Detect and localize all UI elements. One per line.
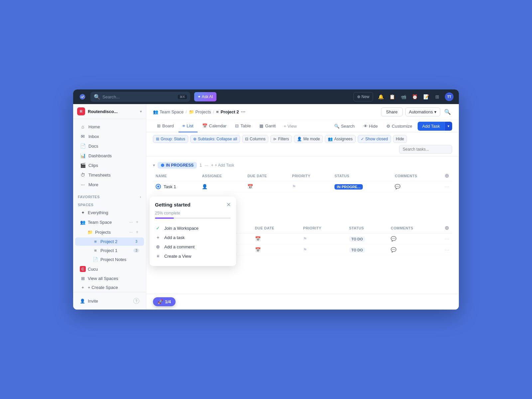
- group-status-label: Group: Status: [161, 137, 185, 141]
- sidebar-item-project-notes[interactable]: 📄 Project Notes: [75, 255, 144, 264]
- task2-status[interactable]: TO DO: [346, 233, 388, 244]
- popup-item-add-comment[interactable]: ⊕ Add a comment: [155, 242, 231, 251]
- clipboard-icon[interactable]: 📋: [388, 94, 396, 99]
- task1-assignee[interactable]: 👤: [199, 181, 245, 192]
- hide-chip[interactable]: Hide: [393, 135, 407, 143]
- sidebar-item-projects[interactable]: 📁 Projects ··· +: [75, 227, 144, 237]
- projects-more-btn[interactable]: ···: [128, 229, 134, 235]
- projects-add-btn[interactable]: +: [135, 229, 139, 235]
- task1-more[interactable]: ···: [442, 181, 452, 192]
- notifications-icon[interactable]: 🔔: [377, 94, 384, 99]
- automations-button[interactable]: Automations ▾: [405, 107, 440, 116]
- ask-ai-button[interactable]: ✦ Ask AI: [194, 92, 216, 101]
- hide-button[interactable]: 👁 Hide: [360, 122, 381, 130]
- me-mode-chip[interactable]: 👤 Me mode: [294, 135, 323, 143]
- task2-status-badge: TO DO: [349, 236, 365, 242]
- breadcrumb-more-btn[interactable]: •••: [241, 109, 245, 114]
- sidebar-item-everything[interactable]: ✦ Everything: [75, 208, 144, 217]
- tab-gantt[interactable]: ▦ Gantt: [255, 120, 280, 132]
- task2-more-btn[interactable]: ···: [445, 236, 450, 241]
- sidebar-item-more[interactable]: ··· More: [75, 180, 144, 189]
- task2-priority[interactable]: ⚑: [300, 233, 346, 244]
- tab-calendar[interactable]: 📅 Calendar: [198, 120, 231, 132]
- help-icon[interactable]: ?: [133, 298, 139, 304]
- task3-more-btn[interactable]: ···: [445, 247, 450, 252]
- workspace-selector[interactable]: R Routendisco... ▾: [73, 104, 146, 119]
- task2-due-date[interactable]: 📅: [252, 233, 301, 244]
- add-task-button[interactable]: Add Task: [418, 122, 445, 131]
- sidebar-item-inbox[interactable]: ✉ Inbox: [75, 132, 144, 141]
- sidebar-item-project1[interactable]: ≡ Project 1 3: [75, 246, 144, 255]
- show-closed-chip[interactable]: ✓ Show closed: [358, 135, 391, 143]
- col-name: Name: [153, 171, 199, 181]
- sidebar-item-clips[interactable]: 🎬 Clips: [75, 161, 144, 170]
- sidebar-item-cucu[interactable]: C Cucu: [75, 264, 144, 274]
- project-notes-icon: 📄: [92, 257, 98, 262]
- task3-priority[interactable]: ⚑: [300, 244, 346, 255]
- tab-board[interactable]: ⊞ Board: [153, 120, 178, 132]
- sidebar-item-team-space[interactable]: 👥 Team Space ··· +: [75, 217, 144, 227]
- task3-more[interactable]: ···: [442, 244, 452, 255]
- task3-due-date[interactable]: 📅: [252, 244, 301, 255]
- sidebar-item-view-all-spaces[interactable]: ⊞ View all Spaces: [75, 274, 144, 283]
- sidebar-item-create-space[interactable]: + + Create Space: [75, 283, 144, 292]
- group-status-chip[interactable]: ⊞ Group: Status: [153, 135, 188, 143]
- popup-item-add-task[interactable]: + Add a task: [155, 233, 231, 242]
- add-task-chevron-button[interactable]: ▾: [445, 122, 452, 131]
- task1-name[interactable]: Task 1: [164, 184, 176, 189]
- task2-comments[interactable]: 💬: [388, 233, 442, 244]
- task3-status[interactable]: TO DO: [346, 244, 388, 255]
- grid-icon[interactable]: ⊞: [434, 94, 441, 99]
- columns-chip[interactable]: ⊟ Columns: [242, 135, 268, 143]
- team-space-add-btn[interactable]: +: [135, 219, 139, 225]
- sidebar-item-timesheets[interactable]: ⏱ Timesheets: [75, 170, 144, 180]
- sidebar-invite[interactable]: 👤 Invite ?: [75, 296, 144, 306]
- new-button[interactable]: ⊕ New: [353, 92, 373, 101]
- todo-col-add-column[interactable]: ⊕: [442, 223, 452, 233]
- task1-status[interactable]: IN PROGRE...: [332, 181, 392, 192]
- sidebar-item-docs[interactable]: 📄 Docs: [75, 141, 144, 151]
- global-search[interactable]: 🔍 Search... ⌘K: [90, 92, 190, 102]
- task1-name-cell: Task 1: [153, 181, 199, 192]
- video-icon[interactable]: 📹: [400, 94, 407, 99]
- header-search-button[interactable]: 🔍: [443, 107, 452, 116]
- subtasks-chip[interactable]: ⊕ Subtasks: Collapse all: [190, 135, 240, 143]
- task1-due-date[interactable]: 📅: [245, 181, 289, 192]
- search-tasks-input[interactable]: [399, 145, 452, 154]
- popup-close-button[interactable]: ✕: [226, 202, 231, 207]
- filters-chip[interactable]: ⊳ Filters: [270, 135, 292, 143]
- task1-status-circle[interactable]: [156, 184, 161, 189]
- task2-more[interactable]: ···: [442, 233, 452, 244]
- sidebar-item-dashboards[interactable]: 📊 Dashboards: [75, 151, 144, 160]
- popup-item-create-view[interactable]: ≡ Create a View: [155, 251, 231, 261]
- sidebar-item-project2[interactable]: ≡ Project 2 3: [75, 237, 144, 246]
- todo-add-column-icon[interactable]: ⊕: [445, 225, 449, 231]
- group-inprogress-toggle[interactable]: ▾: [153, 163, 155, 168]
- tab-list[interactable]: ≡ List: [179, 120, 198, 132]
- group-inprogress-more-btn[interactable]: ···: [204, 163, 208, 168]
- user-avatar[interactable]: TT: [445, 92, 454, 101]
- search-view-button[interactable]: 🔍 Search: [331, 122, 358, 130]
- doc-icon[interactable]: 📝: [422, 94, 430, 99]
- col-add-column[interactable]: ⊕: [442, 171, 452, 181]
- add-column-icon[interactable]: ⊕: [445, 173, 449, 179]
- customize-button[interactable]: ⚙ Customize: [383, 122, 415, 130]
- share-button[interactable]: Share: [381, 107, 403, 116]
- tab-table[interactable]: ⊟ Table: [231, 120, 255, 132]
- breadcrumb-folder[interactable]: 📁 Projects: [189, 109, 211, 114]
- assignees-chip[interactable]: 👥 Assignees: [325, 135, 355, 143]
- task1-priority[interactable]: ⚑: [289, 181, 332, 192]
- sidebar-item-home[interactable]: ⌂ Home: [75, 122, 144, 131]
- group-inprogress-add-task[interactable]: + + Add Task: [211, 163, 234, 168]
- favorites-chevron-icon[interactable]: ›: [140, 195, 141, 199]
- clock-icon[interactable]: ⏰: [411, 94, 418, 99]
- task3-comments[interactable]: 💬: [388, 244, 442, 255]
- progress-launcher-button[interactable]: 🚀 1/4: [153, 297, 176, 306]
- task1-more-btn[interactable]: ···: [445, 184, 450, 189]
- breadcrumb-workspace[interactable]: 👥 Team Space: [153, 109, 184, 114]
- team-space-more-btn[interactable]: ···: [128, 219, 134, 225]
- task1-comments[interactable]: 💬: [392, 181, 442, 192]
- popup-item-join[interactable]: ✓ Join a Workspace: [155, 223, 231, 233]
- add-view-button[interactable]: + View: [280, 121, 300, 131]
- sidebar-item-docs-label: Docs: [88, 144, 98, 149]
